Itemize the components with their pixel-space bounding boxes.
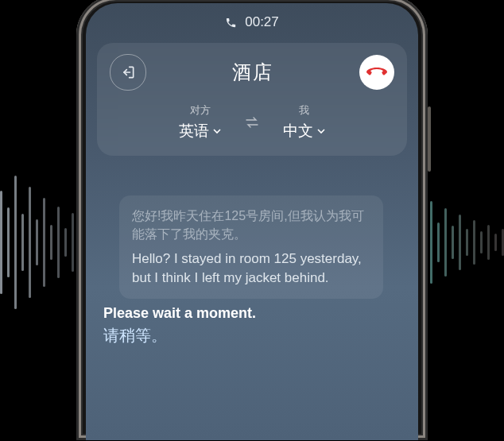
call-status-bar: 00:27 xyxy=(86,3,418,38)
message-area: 您好!我昨天住在125号房间,但我认为我可能落下了我的夹克。 Hello? I … xyxy=(86,156,418,299)
chevron-down-icon xyxy=(317,127,325,135)
phone-side-button xyxy=(428,106,431,172)
outgoing-zh: 请稍等。 xyxy=(103,325,401,346)
call-title: 酒店 xyxy=(232,60,273,85)
exit-icon xyxy=(120,64,136,80)
phone-frame: 00:27 酒店 对方 英语 xyxy=(76,0,428,440)
translation-header-card: 酒店 对方 英语 我 中文 xyxy=(97,43,407,156)
header-row: 酒店 xyxy=(110,54,394,91)
other-party-language-selector[interactable]: 对方 英语 xyxy=(179,103,221,141)
translated-text: 您好!我昨天住在125号房间,但我认为我可能落下了我的夹克。 xyxy=(132,207,370,243)
message-bubble: 您好!我昨天住在125号房间,但我认为我可能落下了我的夹克。 Hello? I … xyxy=(119,195,383,299)
hangup-icon xyxy=(366,68,387,77)
language-row: 对方 英语 我 中文 xyxy=(110,103,394,141)
phone-icon xyxy=(225,17,237,29)
outgoing-en: Please wait a moment. xyxy=(103,305,401,322)
phone-screen: 00:27 酒店 对方 英语 xyxy=(86,3,418,440)
me-label: 我 xyxy=(299,103,309,118)
other-party-language: 英语 xyxy=(179,121,209,141)
outgoing-message-area: Please wait a moment. 请稍等。 xyxy=(86,299,418,346)
my-language-selector[interactable]: 我 中文 xyxy=(283,103,325,141)
call-duration: 00:27 xyxy=(245,14,279,30)
hangup-button[interactable] xyxy=(359,55,394,90)
exit-button[interactable] xyxy=(110,54,146,91)
chevron-down-icon xyxy=(213,127,221,135)
swap-languages-button[interactable] xyxy=(245,117,259,128)
original-text: Hello? I stayed in room 125 yesterday, b… xyxy=(132,250,370,288)
other-party-label: 对方 xyxy=(190,103,211,118)
my-language: 中文 xyxy=(283,121,313,141)
